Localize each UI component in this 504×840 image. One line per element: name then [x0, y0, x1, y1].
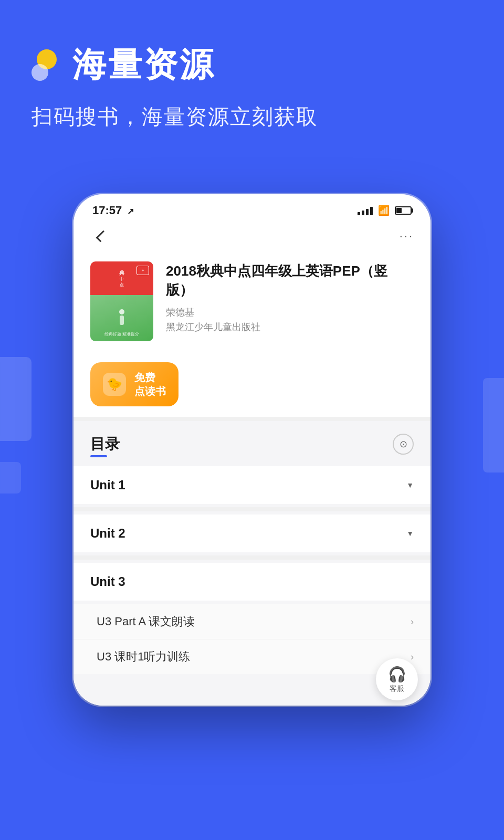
free-read-label: 免费 点读书	[134, 371, 166, 398]
free-read-section: 🐤 免费 点读书	[74, 354, 430, 417]
status-bar: 17:57 ↗ 📶	[74, 194, 430, 222]
cover-top: 典 中 点 +	[90, 261, 153, 296]
phone-frame: 17:57 ↗ 📶	[74, 194, 430, 706]
customer-service-icon: 🎧	[388, 666, 406, 683]
app-logo-icon	[32, 49, 63, 81]
book-cover: 典 中 点 +	[90, 261, 153, 341]
book-publisher: 黑龙江少年儿童出版社	[166, 321, 414, 333]
separator-2	[74, 507, 430, 511]
header-subtitle: 扫码搜书，海量资源立刻获取	[32, 102, 472, 131]
unit-1-arrow: ▼	[406, 481, 414, 489]
unit-2-label: Unit 2	[90, 526, 125, 541]
unit-2-arrow: ▼	[406, 529, 414, 538]
sub-item-1-arrow: ›	[411, 616, 414, 627]
unit-2-item[interactable]: Unit 2 ▼	[74, 514, 430, 552]
sub-item-1[interactable]: U3 Part A 课文朗读 ›	[74, 604, 430, 639]
unit-1-item[interactable]: Unit 1 ▼	[74, 466, 430, 504]
status-time: 17:57 ↗	[92, 204, 134, 217]
unit-3-label: Unit 3	[90, 574, 125, 589]
download-button[interactable]: ⊙	[393, 434, 414, 455]
more-button[interactable]: ···	[400, 229, 414, 243]
free-read-icon: 🐤	[103, 373, 126, 396]
free-read-button[interactable]: 🐤 免费 点读书	[90, 362, 178, 406]
status-icons: 📶	[358, 205, 412, 216]
sub-item-2-label: U3 课时1听力训练	[97, 649, 190, 665]
nav-bar: ···	[74, 222, 430, 251]
book-title: 2018秋典中点四年级上英语PEP（竖版）	[166, 261, 414, 300]
book-cover-image: 典 中 点 +	[90, 261, 153, 341]
toc-section: 目录 ⊙ Unit 1 ▼ Unit 2 ▼	[74, 421, 430, 674]
sub-item-2[interactable]: U3 课时1听力训练 ›	[74, 639, 430, 674]
header-section: 海量资源 扫码搜书，海量资源立刻获取	[0, 0, 504, 152]
cover-bottom: 经典好题 精准提分	[90, 295, 153, 341]
customer-service-label: 客服	[390, 684, 404, 694]
book-author: 荣德基	[166, 306, 414, 319]
toc-title: 目录	[90, 434, 120, 454]
book-info: 2018秋典中点四年级上英语PEP（竖版） 荣德基 黑龙江少年儿童出版社	[166, 261, 414, 333]
phone-mockup: 17:57 ↗ 📶	[74, 194, 430, 706]
wifi-icon: 📶	[378, 205, 390, 216]
back-chevron-icon	[96, 230, 108, 243]
unit-3-item[interactable]: Unit 3	[74, 563, 430, 601]
header-logo-row: 海量资源	[32, 42, 472, 88]
phone-inner: 17:57 ↗ 📶	[74, 194, 430, 706]
logo-blue-circle	[32, 64, 48, 81]
toc-header: 目录 ⊙	[74, 421, 430, 463]
signal-icon	[358, 206, 373, 215]
navigation-icon: ↗	[127, 207, 134, 216]
header-title: 海量资源	[72, 42, 215, 88]
back-button[interactable]	[90, 227, 109, 246]
book-detail: 典 中 点 +	[74, 251, 430, 354]
battery-icon	[395, 206, 412, 215]
separator	[74, 417, 430, 421]
sub-item-1-label: U3 Part A 课文朗读	[97, 614, 195, 629]
customer-service-button[interactable]: 🎧 客服	[376, 658, 418, 700]
download-icon: ⊙	[400, 438, 407, 450]
unit-1-label: Unit 1	[90, 478, 125, 492]
sub-item-2-arrow: ›	[411, 652, 414, 663]
separator-3	[74, 555, 430, 560]
